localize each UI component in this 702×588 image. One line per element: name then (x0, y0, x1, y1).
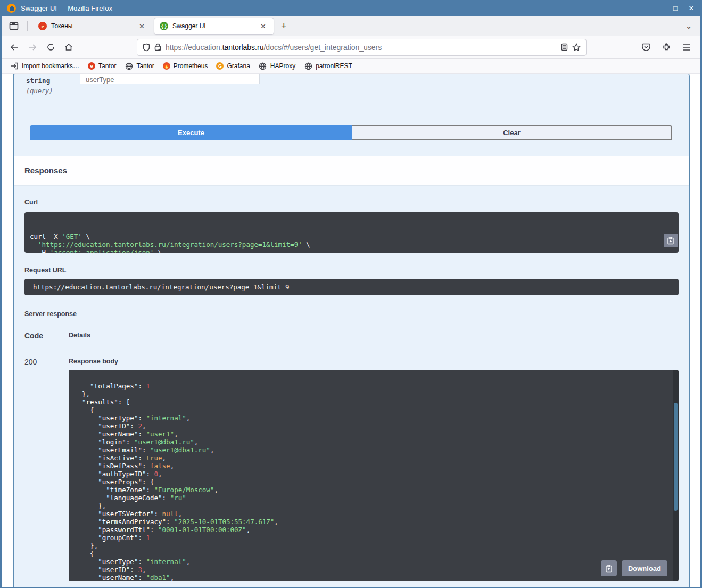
swagger-favicon: { } (160, 22, 168, 30)
details-column-header: Details (69, 332, 90, 340)
window-title: Swagger UI — Mozilla Firefox (21, 4, 112, 12)
copy-response-icon[interactable] (601, 560, 617, 576)
navigation-toolbar: https://education.tantorlabs.ru/docs/#/u… (2, 36, 700, 59)
bookmark-tantor-1[interactable]: e Tantor (85, 61, 119, 71)
status-code: 200 (24, 358, 69, 587)
globe-icon (125, 62, 133, 70)
reload-button[interactable] (42, 39, 59, 55)
prometheus-icon: 🔥 (163, 62, 170, 70)
execute-row: Execute Clear (30, 125, 672, 140)
url-text[interactable]: https://education.tantorlabs.ru/docs/#/u… (166, 43, 557, 52)
response-table-header: Code Details (24, 332, 679, 349)
code-column-header: Code (24, 332, 69, 340)
usertype-param-input[interactable] (80, 74, 260, 84)
response-body-json[interactable]: "totalPages": 1 }, "results": [ { "userT… (69, 370, 679, 581)
request-url-value: https://education.tantorlabs.ru/integrat… (24, 279, 679, 295)
parameters-section: string (query) (14, 74, 689, 125)
tab-bar: e Токены ✕ { } Swagger UI ✕ + ⌄ (2, 16, 700, 36)
lock-icon[interactable] (154, 43, 161, 51)
tab-swagger-ui[interactable]: { } Swagger UI ✕ (154, 18, 274, 34)
responses-section-header: Responses (14, 156, 689, 185)
response-row: 200 Response body "totalPages": 1 }, "re… (24, 358, 679, 587)
clear-button[interactable]: Clear (352, 125, 672, 140)
bookmarks-bar: Import bookmarks… e Tantor Tantor 🔥 Prom… (2, 59, 700, 74)
globe-icon (259, 62, 267, 70)
url-bar[interactable]: https://education.tantorlabs.ru/docs/#/u… (137, 39, 587, 56)
pocket-icon[interactable] (638, 39, 655, 55)
close-button[interactable]: ✕ (688, 4, 695, 12)
browser-window: Swagger UI — Mozilla Firefox — □ ✕ e Ток… (0, 0, 702, 588)
firefox-icon (7, 4, 16, 13)
firefox-view-icon[interactable] (6, 19, 22, 34)
tab-close-icon[interactable]: ✕ (258, 21, 268, 31)
bookmark-patronirest[interactable]: patroniREST (301, 60, 356, 72)
bookmark-prometheus[interactable]: 🔥 Prometheus (160, 61, 211, 71)
param-type-label: string (26, 77, 53, 85)
grafana-icon: G (216, 62, 224, 70)
curl-command[interactable]: curl -X 'GET' \ 'https://education.tanto… (24, 212, 679, 253)
swagger-operation-block: string (query) Execute Clear Responses C… (13, 74, 690, 587)
tantor-icon: e (88, 62, 95, 70)
tab-close-icon[interactable]: ✕ (137, 21, 147, 31)
scrollbar-thumb[interactable] (674, 403, 678, 511)
scrollbar-track[interactable] (673, 370, 679, 581)
responses-title: Responses (24, 166, 67, 175)
param-location-label: (query) (26, 87, 53, 95)
bookmark-grafana[interactable]: G Grafana (213, 61, 253, 71)
home-button[interactable] (60, 39, 77, 55)
import-icon (10, 62, 19, 70)
bookmark-star-icon[interactable] (572, 43, 581, 51)
reader-mode-icon[interactable] (561, 43, 568, 51)
page-content: string (query) Execute Clear Responses C… (2, 74, 700, 587)
maximize-button[interactable]: □ (672, 4, 679, 12)
tab-divider (27, 21, 28, 31)
curl-label: Curl (24, 198, 679, 206)
download-button[interactable]: Download (622, 560, 667, 576)
new-tab-button[interactable]: + (276, 21, 292, 32)
param-input-wrapper (80, 74, 260, 84)
request-url-label: Request URL (24, 267, 679, 274)
tab-label: Swagger UI (172, 22, 206, 30)
tab-label: Токены (51, 22, 72, 30)
shield-icon[interactable] (143, 43, 150, 52)
title-bar: Swagger UI — Mozilla Firefox — □ ✕ (2, 0, 700, 16)
menu-hamburger-icon[interactable] (678, 39, 695, 55)
execute-button[interactable]: Execute (30, 125, 352, 140)
bookmark-tantor-2[interactable]: Tantor (121, 60, 157, 72)
list-all-tabs-icon[interactable]: ⌄ (681, 22, 696, 30)
copy-curl-icon[interactable] (664, 234, 678, 247)
globe-icon (304, 62, 312, 70)
bookmark-haproxy[interactable]: HAProxy (255, 60, 299, 72)
extensions-puzzle-icon[interactable] (658, 39, 675, 55)
forward-button[interactable] (24, 39, 41, 55)
tantor-favicon: e (38, 22, 47, 30)
response-body-label: Response body (69, 358, 679, 365)
responses-section-body: Curl curl -X 'GET' \ 'https://education.… (14, 185, 689, 587)
bookmark-import[interactable]: Import bookmarks… (7, 60, 82, 72)
back-button[interactable] (6, 39, 23, 55)
minimize-button[interactable]: — (656, 4, 663, 12)
server-response-label: Server response (24, 310, 679, 318)
tab-tokens[interactable]: e Токены ✕ (33, 18, 152, 34)
